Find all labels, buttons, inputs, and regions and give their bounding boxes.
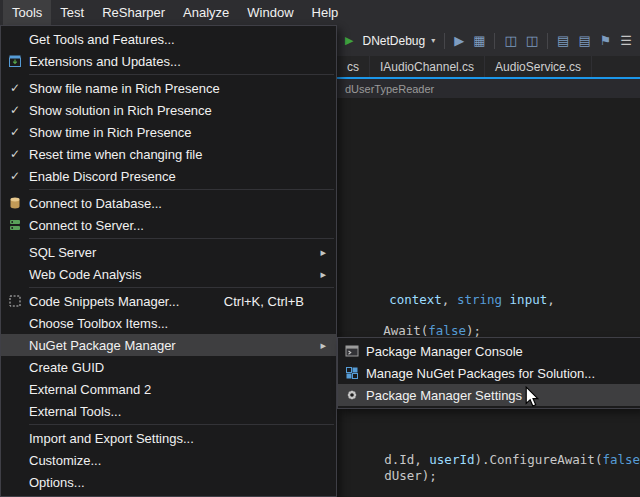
- menubar-item-tools[interactable]: Tools: [3, 0, 51, 25]
- sort-lines-icon[interactable]: ▤: [578, 34, 590, 47]
- menu-item-label: Create GUID: [29, 360, 330, 375]
- menu-item-label: Package Manager Console: [366, 344, 634, 359]
- menu-item-show-solution-rich-presence[interactable]: ✓ Show solution in Rich Presence: [1, 99, 336, 121]
- menu-item-label: Manage NuGet Packages for Solution...: [366, 366, 634, 381]
- menu-item-label: Reset time when changing file: [29, 147, 330, 162]
- line-numbers-icon[interactable]: ▤: [557, 34, 569, 47]
- menu-item-extensions-and-updates[interactable]: Extensions and Updates...: [1, 50, 336, 72]
- new-window-icon[interactable]: ◫: [504, 34, 516, 47]
- menu-item-label: Show time in Rich Presence: [29, 125, 330, 140]
- menu-item-label: Package Manager Settings: [366, 388, 634, 403]
- menu-item-customize[interactable]: Customize...: [1, 449, 336, 471]
- menu-item-choose-toolbox-items[interactable]: Choose Toolbox Items...: [1, 312, 336, 334]
- menu-item-code-snippets-manager[interactable]: Code Snippets Manager... Ctrl+K, Ctrl+B: [1, 290, 336, 312]
- check-icon: ✓: [10, 170, 20, 182]
- menu-gutter: [1, 217, 29, 233]
- extensions-icon: [7, 53, 23, 69]
- menu-item-show-file-name-rich-presence[interactable]: ✓ Show file name in Rich Presence: [1, 77, 336, 99]
- bookmark-icon[interactable]: ⚑: [600, 34, 612, 47]
- submenu-arrow-icon: ▸: [320, 247, 326, 258]
- menu-separator: [29, 424, 334, 425]
- tab-audioservice[interactable]: AudioService.cs: [485, 56, 592, 77]
- code-line: se);: [339, 482, 414, 497]
- menubar-item-help[interactable]: Help: [303, 0, 348, 25]
- debug-target-dropdown[interactable]: DNetDebug ▾: [362, 34, 435, 48]
- menubar-item-analyze[interactable]: Analyze: [174, 0, 238, 25]
- menu-gutter: ✓: [1, 126, 29, 138]
- menu-item-create-guid[interactable]: Create GUID: [1, 356, 336, 378]
- menu-item-package-manager-console[interactable]: Package Manager Console: [338, 340, 640, 362]
- menu-item-label: Code Snippets Manager...: [29, 294, 224, 309]
- toolbar-separator: [444, 33, 445, 49]
- menu-item-label: SQL Server: [29, 245, 330, 260]
- tab-label: cs: [347, 60, 359, 74]
- build-grid-icon[interactable]: ▦: [473, 34, 485, 47]
- menu-item-label: Extensions and Updates...: [29, 54, 330, 69]
- menu-item-enable-discord-presence[interactable]: ✓ Enable Discord Presence: [1, 165, 336, 187]
- tab-label: IAudioChannel.cs: [380, 60, 474, 74]
- menu-item-sql-server[interactable]: SQL Server ▸: [1, 241, 336, 263]
- attach-icon[interactable]: ▶: [454, 34, 464, 47]
- menubar-item-test[interactable]: Test: [51, 0, 93, 25]
- visual-studio-window: Tools Test ReSharper Analyze Window Help…: [0, 0, 640, 497]
- menu-gutter: [338, 343, 366, 359]
- menu-item-external-tools[interactable]: External Tools...: [1, 400, 336, 422]
- start-debug-icon[interactable]: ▶: [345, 34, 353, 47]
- menu-gutter: ✓: [1, 82, 29, 94]
- menubar-item-resharper[interactable]: ReSharper: [93, 0, 174, 25]
- menu-separator: [29, 189, 334, 190]
- menu-item-nuget-package-manager[interactable]: NuGet Package Manager ▸: [1, 334, 336, 356]
- menu-item-options[interactable]: Options...: [1, 471, 336, 493]
- menu-item-label: Show solution in Rich Presence: [29, 103, 330, 118]
- menu-gutter: [1, 293, 29, 309]
- menu-item-web-code-analysis[interactable]: Web Code Analysis ▸: [1, 263, 336, 285]
- menu-item-manage-nuget-packages-for-solution[interactable]: Manage NuGet Packages for Solution...: [338, 362, 640, 384]
- menu-item-label: NuGet Package Manager: [29, 338, 330, 353]
- database-icon: [7, 195, 23, 211]
- hamburger-menu-icon[interactable]: ☰: [620, 34, 632, 47]
- menu-item-label: Get Tools and Features...: [29, 32, 330, 47]
- menu-item-label: Web Code Analysis: [29, 267, 330, 282]
- menu-item-label: External Tools...: [29, 404, 330, 419]
- menu-separator: [29, 238, 334, 239]
- menu-item-label: Connect to Database...: [29, 196, 330, 211]
- menu-item-label: Connect to Server...: [29, 218, 330, 233]
- toolbar-separator: [547, 33, 548, 49]
- menu-item-label: External Command 2: [29, 382, 330, 397]
- packages-icon: [344, 365, 360, 381]
- menu-item-get-tools-and-features[interactable]: Get Tools and Features...: [1, 28, 336, 50]
- tab-iaudiochannel[interactable]: IAudioChannel.cs: [370, 56, 485, 77]
- server-icon: [7, 217, 23, 233]
- menubar-item-window[interactable]: Window: [238, 0, 302, 25]
- tools-menu: Get Tools and Features... Extensions and…: [0, 25, 337, 497]
- check-icon: ✓: [10, 126, 20, 138]
- gear-icon: [344, 387, 360, 403]
- menu-item-show-time-rich-presence[interactable]: ✓ Show time in Rich Presence: [1, 121, 336, 143]
- menu-separator: [29, 74, 334, 75]
- check-icon: ✓: [10, 148, 20, 160]
- snippets-icon: [7, 293, 23, 309]
- menu-gutter: ✓: [1, 104, 29, 116]
- menu-separator: [29, 287, 334, 288]
- menu-item-import-and-export-settings[interactable]: Import and Export Settings...: [1, 427, 336, 449]
- console-icon: [344, 343, 360, 359]
- menu-item-label: Options...: [29, 475, 330, 490]
- menu-item-connect-to-database[interactable]: Connect to Database...: [1, 192, 336, 214]
- check-icon: ✓: [10, 104, 20, 116]
- submenu-arrow-icon: ▸: [320, 269, 326, 280]
- submenu-arrow-icon: ▸: [320, 340, 326, 351]
- breadcrumb[interactable]: dUserTypeReader: [345, 83, 434, 95]
- menu-item-package-manager-settings[interactable]: Package Manager Settings: [338, 384, 640, 406]
- tab-partial[interactable]: cs: [337, 56, 370, 77]
- menu-item-connect-to-server[interactable]: Connect to Server...: [1, 214, 336, 236]
- menu-item-reset-time-when-changing-file[interactable]: ✓ Reset time when changing file: [1, 143, 336, 165]
- debug-target-label: DNetDebug: [362, 34, 425, 48]
- copy-window-icon[interactable]: ◫: [526, 34, 538, 47]
- menu-item-label: Show file name in Rich Presence: [29, 81, 330, 96]
- menu-gutter: [338, 387, 366, 403]
- menu-item-label: Customize...: [29, 453, 330, 468]
- tab-label: AudioService.cs: [495, 60, 581, 74]
- menu-item-external-command-2[interactable]: External Command 2: [1, 378, 336, 400]
- chevron-down-icon: ▾: [431, 36, 435, 45]
- menu-gutter: ✓: [1, 148, 29, 160]
